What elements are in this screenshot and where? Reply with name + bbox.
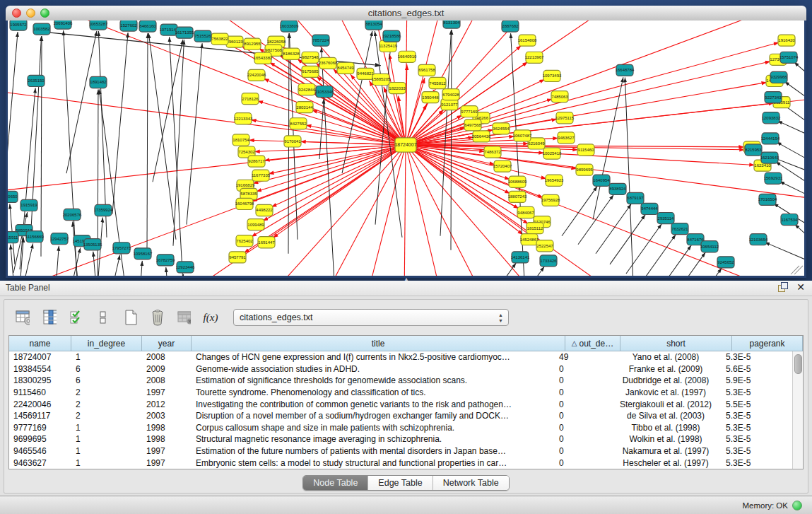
citation-edge-red[interactable] [271,145,406,207]
graph-node-yellow[interactable]: 3624554 [493,123,510,134]
graph-node-yellow[interactable]: 1990448 [422,92,439,103]
graph-node-teal[interactable]: 1733426 [540,255,557,267]
close-panel-icon[interactable]: ✕ [796,282,805,292]
citation-edge-black[interactable] [481,263,516,276]
graph-node-yellow[interactable]: 1916420 [778,35,795,46]
column-header-name[interactable]: name [9,336,71,351]
graph-node-yellow[interactable]: 8186328 [283,48,300,59]
graph-node-teal[interactable]: 16648784 [616,64,635,76]
citation-edge-black[interactable] [54,246,59,276]
graph-node-yellow[interactable]: 19654923 [545,175,564,186]
graph-node-teal[interactable]: 8215953 [745,144,762,156]
graph-node-yellow[interactable]: 10025418 [543,148,562,159]
graph-node-teal[interactable]: 8938924 [609,183,626,194]
citation-edge-black[interactable] [784,81,804,98]
graph-node-teal[interactable]: 12444154 [761,133,780,144]
deselect-all-icon[interactable] [92,307,114,328]
network-window-titlebar[interactable]: citations_edges.txt [6,6,806,21]
tab-network-table[interactable]: Network Table [433,476,509,490]
graph-node-yellow[interactable]: 16046798 [235,198,254,209]
citation-edge-black[interactable] [625,77,633,276]
table-row[interactable]: 911546021997Tourette syndrome. Phenomeno… [9,387,792,399]
graph-node-yellow[interactable]: 16543382 [254,52,273,64]
graph-node-yellow[interactable]: 9899695 [576,164,593,175]
graph-node-teal[interactable]: 2887682 [502,21,519,32]
graph-node-teal[interactable]: 16171355 [175,27,194,38]
table-row[interactable]: 946362711997Embryonic stem cells: a mode… [9,457,792,469]
graph-node-teal[interactable]: 1905572 [10,21,27,30]
column-header-short[interactable]: short [620,336,732,351]
citation-edge-red[interactable] [258,101,406,145]
graph-node-teal[interactable]: 9227343 [765,92,782,103]
graph-node-yellow[interactable]: 12213967 [525,52,544,63]
graph-node-yellow[interactable]: 9484067 [517,206,534,218]
citation-edge-black[interactable] [451,30,452,250]
graph-node-teal[interactable]: 7515526 [194,30,211,42]
graph-node-teal[interactable]: 19218586 [382,30,401,42]
graph-node-teal[interactable]: 21053346 [315,86,334,98]
table-row[interactable]: 1456911722003Disruption of a novel membe… [9,410,792,422]
citation-edge-black[interactable] [106,255,120,276]
vertical-scrollbar[interactable] [792,351,803,469]
citation-edge-black[interactable] [173,40,184,246]
graph-node-teal[interactable]: 1527602 [120,21,137,31]
graph-node-yellow[interactable]: 15885205 [372,74,391,85]
graph-node-teal[interactable]: 20206576 [63,209,82,220]
new-column-icon[interactable] [119,307,141,328]
graph-node-hub[interactable]: 18724007 [394,138,416,152]
graph-node-yellow[interactable]: 7485063 [551,91,568,103]
scrollbar-thumb[interactable] [794,354,802,374]
citation-edge-black[interactable] [322,47,336,276]
graph-node-yellow[interactable]: 7625402 [236,235,253,247]
table-row[interactable]: 1830029562008Estimation of significance … [9,375,792,387]
graph-node-teal[interactable]: 1167534 [781,214,798,226]
graph-node-yellow[interactable]: 9115460 [577,144,594,156]
table-row[interactable]: 977716911998Corpus callosum shape and si… [9,422,792,434]
graph-node-teal[interactable]: 7632621 [671,223,688,235]
graph-node-yellow[interactable]: 20564436 [472,131,491,142]
citation-edge-black[interactable] [19,238,23,276]
graph-node-teal[interactable]: 8813054 [365,21,382,30]
citation-edge-black[interactable] [777,121,804,135]
graph-node-teal[interactable]: 9245652 [717,257,734,268]
graph-node-yellow[interactable]: 2803144 [296,102,313,113]
graph-node-teal[interactable]: 10654112 [700,241,719,252]
citation-edge-red[interactable] [396,145,406,276]
graph-node-yellow[interactable]: 9175685 [302,66,319,77]
graph-node-yellow[interactable]: 9170041 [284,136,301,147]
graph-node-yellow[interactable]: 6794028 [442,89,459,100]
citation-graph[interactable]: 8960123891295575638221822605898275081654… [8,21,804,276]
delete-table-icon[interactable] [172,307,195,328]
citation-edge-black[interactable] [187,43,202,224]
graph-node-yellow[interactable]: 11677335 [252,170,271,181]
graph-node-yellow[interactable]: 8912955 [244,38,261,49]
graph-node-yellow[interactable]: 19756928 [541,194,560,206]
graph-node-teal[interactable]: 13505135 [83,239,102,250]
graph-node-yellow[interactable]: 7486372 [484,146,501,158]
citation-edge-black[interactable] [138,261,142,276]
graph-node-yellow[interactable]: 9242844 [298,83,315,95]
citation-edge-black[interactable] [166,267,171,276]
citation-edge-black[interactable] [610,215,645,264]
table-row[interactable]: 969969511998Structural magnetic resonanc… [9,433,792,445]
graph-node-yellow[interactable]: 7563822 [211,33,228,45]
citation-edge-black[interactable] [66,31,97,173]
graph-node-yellow[interactable]: 18807243 [508,191,527,202]
select-all-icon[interactable] [65,307,88,328]
citation-edge-black[interactable] [779,182,804,196]
graph-node-teal[interactable]: 12923446 [176,262,195,273]
citation-edge-red[interactable] [252,145,406,237]
graph-node-teal[interactable]: 12103654 [749,234,768,245]
graph-node-yellow[interactable]: 1810754 [233,134,249,146]
graph-node-teal[interactable]: 11156869 [25,231,44,243]
citation-edge-red[interactable] [334,69,406,145]
delete-column-icon[interactable] [146,307,168,328]
citation-edge-red[interactable] [406,42,779,145]
graph-node-yellow[interactable]: 1822033 [389,82,406,93]
graph-node-teal[interactable]: 2635150 [28,75,45,86]
canvas-resize-grip[interactable] [791,266,803,274]
table-row[interactable]: 1938455462009Genome-wide association stu… [9,363,792,375]
graph-node-teal[interactable]: 16033809 [280,21,299,32]
citation-edge-black[interactable] [777,142,804,160]
graph-node-yellow[interactable]: 12975115 [555,112,575,124]
